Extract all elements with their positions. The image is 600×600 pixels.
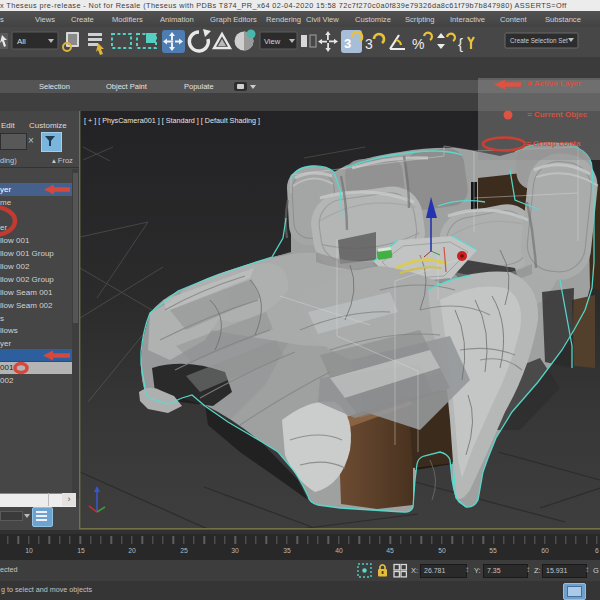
- svg-text:Create Selection Set: Create Selection Set: [510, 37, 568, 44]
- svg-text:3: 3: [365, 36, 373, 52]
- svg-text:3: 3: [344, 36, 351, 51]
- svg-text:{: {: [458, 35, 463, 52]
- svg-text:%: %: [412, 36, 424, 52]
- svg-text:All: All: [17, 37, 26, 46]
- svg-text:View: View: [264, 37, 281, 46]
